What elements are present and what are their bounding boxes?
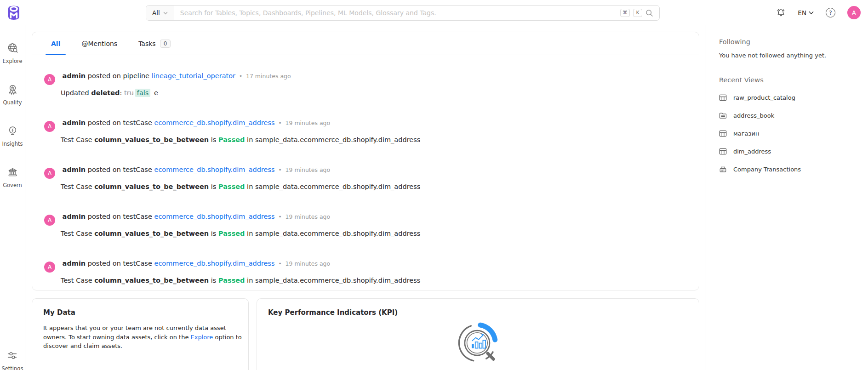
feed-entry: A admin posted on testCase ecommerce_db.… <box>44 164 686 190</box>
search-scope-dropdown[interactable]: All <box>146 6 174 20</box>
feed-entry-body: Test Case column_values_to_be_between is… <box>61 277 686 284</box>
feed-tabs: All @Mentions Tasks 0 <box>32 32 699 55</box>
avatar: A <box>44 168 55 179</box>
kpi-title: Key Performance Indicators (KPI) <box>268 308 688 317</box>
entry-target-link[interactable]: ecommerce_db.shopify.dim_address <box>154 260 274 267</box>
tab-all[interactable]: All <box>51 32 60 55</box>
entry-body-segment: column_values_to_be_between <box>94 183 209 190</box>
sidebar-item-govern[interactable]: Govern <box>3 166 22 188</box>
entry-body-segment: : <box>120 89 125 97</box>
following-title: Following <box>719 38 856 46</box>
entry-author[interactable]: admin <box>63 72 86 80</box>
feed-entry-body: Updated deleted: trufals e <box>61 89 686 97</box>
recent-view-label: raw_product_catalog <box>733 94 795 101</box>
global-search: All ⌘ K <box>146 5 660 21</box>
topic-folder-icon <box>719 112 727 120</box>
settings-sliders-icon <box>6 350 18 361</box>
entry-body-segment: deleted <box>91 89 120 97</box>
sidebar-item-label: Govern <box>3 182 22 188</box>
entry-action: posted on testCase <box>88 166 152 173</box>
activity-feed-card: All @Mentions Tasks 0 A admin posted on … <box>32 32 699 290</box>
sidebar-item-settings[interactable]: Settings <box>1 350 23 370</box>
feed-entry-header: A admin posted on pipeline lineage_tutor… <box>44 70 686 85</box>
entry-timestamp: 19 minutes ago <box>286 166 331 173</box>
entry-body-segment: is <box>209 277 218 284</box>
recent-view-item[interactable]: dim_address <box>719 148 856 155</box>
entry-body-segment: Test Case <box>61 230 94 237</box>
summary-cards-row: My Data It appears that you or your team… <box>32 298 699 370</box>
entry-timestamp: 19 minutes ago <box>286 120 331 126</box>
chevron-down-icon <box>809 11 814 15</box>
entry-author[interactable]: admin <box>63 166 86 173</box>
entry-separator: • <box>278 213 282 220</box>
entry-body-segment: Passed <box>218 136 245 143</box>
feed-entry: A admin posted on testCase ecommerce_db.… <box>44 117 686 143</box>
entry-body-segment: fals <box>135 89 151 97</box>
entry-author[interactable]: admin <box>63 119 86 126</box>
recent-view-item[interactable]: address_book <box>719 112 856 120</box>
search-input[interactable] <box>174 6 620 20</box>
insights-bulb-icon <box>7 125 18 137</box>
entry-target-link[interactable]: ecommerce_db.shopify.dim_address <box>154 213 274 220</box>
entry-body-segment: column_values_to_be_between <box>94 230 209 237</box>
sidebar-item-label: Quality <box>3 99 22 106</box>
feed-entry-header: A admin posted on testCase ecommerce_db.… <box>44 164 686 179</box>
tab-tasks[interactable]: Tasks 0 <box>138 32 171 55</box>
my-data-card: My Data It appears that you or your team… <box>32 298 249 370</box>
feed-entry: A admin posted on pipeline lineage_tutor… <box>44 70 686 97</box>
sidebar-item-insights[interactable]: Insights <box>2 125 23 147</box>
search-icon[interactable] <box>645 9 653 17</box>
entry-target-link[interactable]: ecommerce_db.shopify.dim_address <box>154 166 274 173</box>
right-panel: Following You have not followed anything… <box>706 25 868 370</box>
recent-views-title: Recent Views <box>719 76 856 84</box>
avatar: A <box>44 262 55 273</box>
entry-action: posted on testCase <box>88 213 152 220</box>
dashboard-icon <box>719 165 727 173</box>
my-data-title: My Data <box>43 308 237 317</box>
avatar: A <box>44 74 55 85</box>
table-icon <box>719 148 727 155</box>
entry-body-segment: Passed <box>218 230 245 237</box>
my-data-text: It appears that you or your team are not… <box>43 324 245 351</box>
sidebar-item-label: Settings <box>1 365 23 370</box>
notifications-bell-icon[interactable] <box>776 8 786 17</box>
kpi-magnifier-chart-illustration <box>454 318 502 366</box>
tab-mentions[interactable]: @Mentions <box>81 32 117 55</box>
recent-view-label: Company Transactions <box>733 166 801 173</box>
recent-view-label: address_book <box>733 112 774 119</box>
explore-link[interactable]: Explore <box>191 334 213 341</box>
entry-separator: • <box>278 166 282 173</box>
entry-body-segment: Updated <box>61 89 91 97</box>
language-label: EN <box>798 9 806 17</box>
openmetadata-logo[interactable] <box>6 5 22 21</box>
quality-medal-icon <box>7 84 18 95</box>
entry-target-link[interactable]: ecommerce_db.shopify.dim_address <box>154 119 274 126</box>
recent-view-item[interactable]: Company Transactions <box>719 165 856 173</box>
entry-timestamp: 19 minutes ago <box>286 260 331 267</box>
sidebar-item-quality[interactable]: Quality <box>3 84 22 106</box>
tab-label: All <box>51 40 60 47</box>
entry-author[interactable]: admin <box>63 213 86 220</box>
entry-author[interactable]: admin <box>63 260 86 267</box>
feed-entry: A admin posted on testCase ecommerce_db.… <box>44 211 686 237</box>
entry-body-segment: Passed <box>218 277 245 284</box>
entry-body-segment: is <box>209 136 218 143</box>
recent-view-item[interactable]: магазин <box>719 130 856 137</box>
help-icon[interactable]: ? <box>826 8 835 17</box>
entry-target-link[interactable]: lineage_tutorial_operator <box>152 72 235 80</box>
table-icon <box>719 94 727 102</box>
kpi-card: Key Performance Indicators (KPI) <box>257 298 699 370</box>
sidebar-item-label: Explore <box>2 58 22 64</box>
explore-globe-icon <box>7 42 18 54</box>
language-selector[interactable]: EN <box>798 9 814 17</box>
entry-timestamp: 19 minutes ago <box>286 213 331 220</box>
entry-body-segment: in sample_data.ecommerce_db.shopify.dim_… <box>245 136 421 143</box>
recent-view-item[interactable]: raw_product_catalog <box>719 94 856 102</box>
entry-body-segment: Passed <box>218 183 245 190</box>
entry-body-segment: column_values_to_be_between <box>94 277 209 284</box>
cmd-key-badge: ⌘ <box>620 9 630 17</box>
sidebar-item-explore[interactable]: Explore <box>2 42 22 64</box>
user-avatar[interactable]: A <box>847 6 861 19</box>
entry-separator: • <box>278 260 282 267</box>
entry-body-segment: in sample_data.ecommerce_db.shopify.dim_… <box>245 183 421 190</box>
